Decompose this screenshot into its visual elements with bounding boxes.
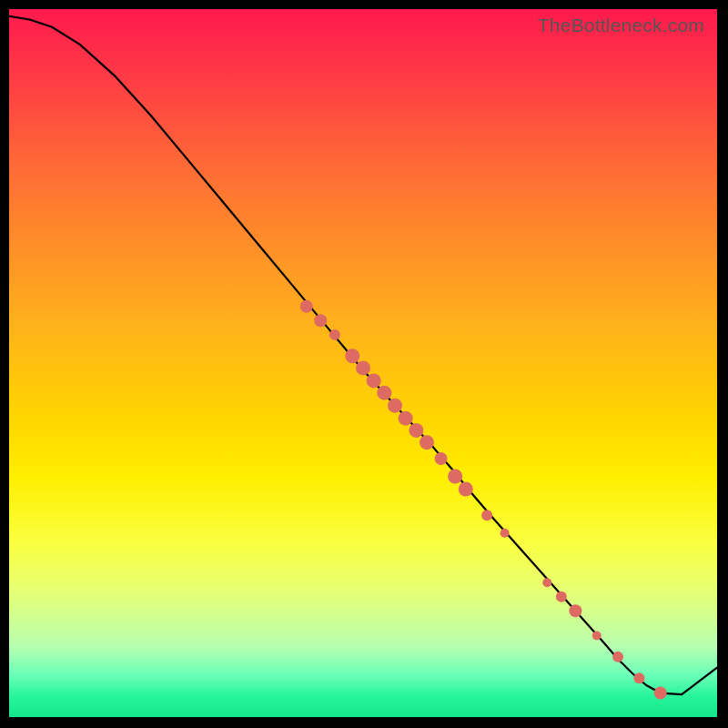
data-marker — [633, 672, 644, 683]
data-marker — [459, 481, 473, 496]
data-marker — [592, 632, 602, 641]
data-marker — [435, 452, 448, 465]
data-marker — [367, 373, 381, 388]
chart-frame: TheBottleneck.com — [0, 0, 728, 728]
data-marker — [300, 300, 313, 313]
data-marker — [409, 423, 423, 438]
data-marker — [612, 652, 623, 662]
data-marker — [654, 687, 667, 700]
chart-svg — [9, 9, 717, 717]
data-marker — [500, 529, 510, 538]
bottleneck-curve — [9, 16, 717, 694]
data-marker — [388, 399, 402, 413]
markers-group — [300, 300, 667, 700]
data-marker — [399, 411, 413, 426]
data-marker — [481, 510, 492, 521]
data-marker — [556, 592, 567, 602]
data-marker — [377, 386, 391, 400]
data-marker — [569, 604, 581, 617]
data-marker — [329, 329, 340, 340]
data-marker — [420, 435, 434, 450]
data-marker — [345, 349, 359, 363]
data-marker — [542, 578, 551, 587]
plot-area: TheBottleneck.com — [9, 9, 717, 717]
data-marker — [448, 469, 462, 483]
data-marker — [356, 360, 370, 375]
data-marker — [314, 314, 327, 327]
